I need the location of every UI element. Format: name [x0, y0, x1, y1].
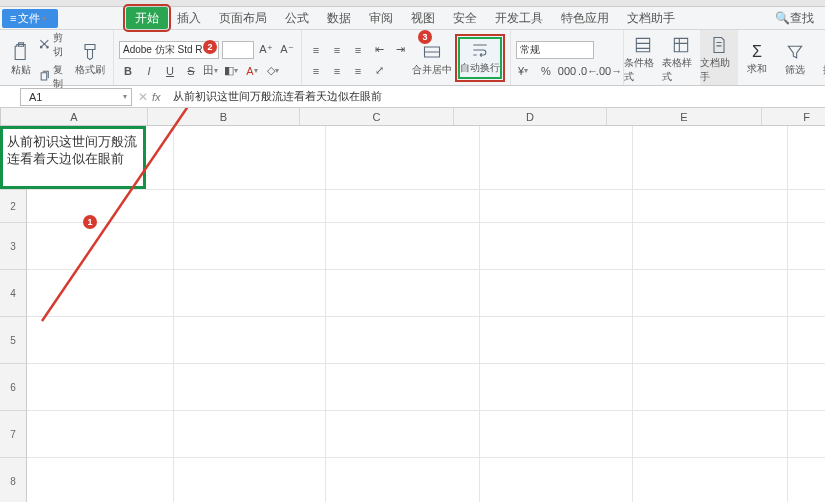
cell[interactable]	[633, 364, 788, 410]
search-label[interactable]: 🔍 查找	[766, 7, 823, 29]
cell[interactable]	[633, 270, 788, 316]
doc-helper-button[interactable]: 文档助手	[700, 30, 738, 85]
align-right-button[interactable]: ≡	[349, 62, 367, 80]
cell[interactable]	[174, 270, 326, 316]
cond-format-button[interactable]: 条件格式	[624, 30, 662, 85]
cell[interactable]	[788, 190, 825, 222]
column-header[interactable]: D	[454, 108, 607, 125]
cell[interactable]	[174, 223, 326, 269]
increase-decimal-button[interactable]: .0←	[579, 62, 597, 80]
cell[interactable]	[174, 411, 326, 457]
cell[interactable]	[174, 126, 326, 189]
italic-button[interactable]: I	[140, 62, 158, 80]
cell[interactable]	[480, 317, 633, 363]
cell[interactable]	[174, 317, 326, 363]
cell[interactable]	[326, 126, 480, 189]
paste-button[interactable]: 粘贴	[5, 39, 38, 77]
name-box[interactable]: A1 ▾	[20, 88, 132, 106]
cell[interactable]	[326, 270, 480, 316]
row-header[interactable]: 4	[0, 270, 27, 317]
spreadsheet-grid[interactable]: ABCDEF 12345678 从前初识这世间万般流连看着天边似在眼前 1	[0, 108, 825, 502]
align-left-button[interactable]: ≡	[307, 62, 325, 80]
fx-icon[interactable]: fx	[152, 91, 161, 103]
cell[interactable]	[633, 411, 788, 457]
cell[interactable]	[788, 223, 825, 269]
cell[interactable]	[633, 223, 788, 269]
cell[interactable]	[27, 364, 174, 410]
orientation-button[interactable]: ⤢	[370, 62, 388, 80]
copy-button[interactable]: 复制	[38, 62, 72, 91]
merge-center-button[interactable]: 合并居中	[409, 39, 455, 77]
cell[interactable]	[788, 317, 825, 363]
cell[interactable]	[27, 223, 174, 269]
cell[interactable]	[633, 317, 788, 363]
cell[interactable]	[326, 458, 480, 502]
tab-start[interactable]: 开始	[126, 7, 168, 29]
row-header[interactable]: 3	[0, 223, 27, 270]
cell[interactable]	[633, 458, 788, 502]
column-header[interactable]: C	[300, 108, 454, 125]
table-style-button[interactable]: 表格样式	[662, 30, 700, 85]
tab-doc-helper[interactable]: 文档助手	[618, 7, 684, 29]
cell[interactable]	[633, 190, 788, 222]
column-header[interactable]: F	[762, 108, 825, 125]
decrease-decimal-button[interactable]: .00→	[600, 62, 618, 80]
align-center-button[interactable]: ≡	[328, 62, 346, 80]
filter-button[interactable]: 筛选	[776, 30, 814, 85]
tab-developer[interactable]: 开发工具	[486, 7, 552, 29]
cell[interactable]	[788, 411, 825, 457]
cell[interactable]	[174, 458, 326, 502]
font-size-select[interactable]	[222, 41, 254, 59]
cell[interactable]	[480, 190, 633, 222]
tab-formula[interactable]: 公式	[276, 7, 318, 29]
border-button[interactable]: 田▾	[203, 62, 221, 80]
cell[interactable]	[480, 126, 633, 189]
cell[interactable]	[27, 411, 174, 457]
cell[interactable]	[788, 270, 825, 316]
align-middle-button[interactable]: ≡	[328, 41, 346, 59]
increase-font-button[interactable]: A⁺	[257, 41, 275, 59]
tab-data[interactable]: 数据	[318, 7, 360, 29]
cell[interactable]	[788, 458, 825, 502]
column-header[interactable]: B	[148, 108, 300, 125]
cell[interactable]	[174, 364, 326, 410]
decrease-font-button[interactable]: A⁻	[278, 41, 296, 59]
row-header[interactable]: 5	[0, 317, 27, 364]
row-header[interactable]: 6	[0, 364, 27, 411]
tab-special[interactable]: 特色应用	[552, 7, 618, 29]
cell[interactable]	[480, 270, 633, 316]
number-format-select[interactable]: 常规	[516, 41, 594, 59]
comma-button[interactable]: 000	[558, 62, 576, 80]
tab-page-layout[interactable]: 页面布局	[210, 7, 276, 29]
currency-button[interactable]: ¥▾	[516, 62, 534, 80]
indent-left-button[interactable]: ⇤	[370, 41, 388, 59]
cell[interactable]	[480, 458, 633, 502]
align-bottom-button[interactable]: ≡	[349, 41, 367, 59]
cell[interactable]	[480, 223, 633, 269]
sum-button[interactable]: Σ 求和	[738, 30, 776, 85]
cell[interactable]	[27, 270, 174, 316]
bold-button[interactable]: B	[119, 62, 137, 80]
cell[interactable]	[27, 458, 174, 502]
cell[interactable]	[326, 317, 480, 363]
cell[interactable]	[633, 126, 788, 189]
tab-security[interactable]: 安全	[444, 7, 486, 29]
format-painter-button[interactable]: 格式刷	[72, 39, 108, 77]
cell[interactable]	[326, 190, 480, 222]
underline-button[interactable]: U	[161, 62, 179, 80]
tab-view[interactable]: 视图	[402, 7, 444, 29]
cell[interactable]	[480, 411, 633, 457]
cell[interactable]	[174, 190, 326, 222]
cell[interactable]	[788, 364, 825, 410]
wrap-text-button[interactable]: 自动换行	[457, 36, 503, 80]
cell[interactable]	[326, 411, 480, 457]
font-color-button[interactable]: A▾	[245, 62, 263, 80]
cell[interactable]	[27, 317, 174, 363]
cancel-icon[interactable]: ✕	[138, 90, 148, 104]
row-header[interactable]: 2	[0, 190, 27, 223]
column-header[interactable]: E	[607, 108, 762, 125]
fill-color-button[interactable]: ◧▾	[224, 62, 242, 80]
sort-button[interactable]: 排序	[814, 30, 825, 85]
tab-insert[interactable]: 插入	[168, 7, 210, 29]
cell[interactable]	[27, 190, 174, 222]
